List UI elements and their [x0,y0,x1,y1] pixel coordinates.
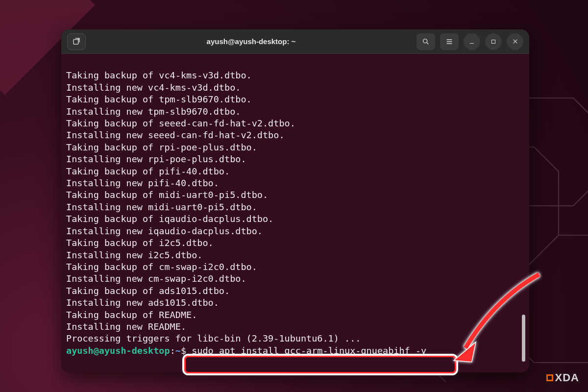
maximize-icon [490,39,496,45]
terminal-output-lines: Taking backup of vc4-kms-v3d.dtbo. Insta… [66,70,361,343]
prompt-line[interactable]: ayush@ayush-desktop:~$ sudo apt install … [66,345,524,357]
watermark: XDA [546,371,579,384]
prompt-user-host: ayush@ayush-desktop [66,345,170,356]
terminal-output[interactable]: Taking backup of vc4-kms-v3d.dtbo. Insta… [61,54,529,372]
command-input[interactable]: sudo apt install gcc-arm-linux-gnueabihf… [192,345,426,356]
close-icon [512,38,518,45]
window-title: ayush@ayush-desktop: ~ [91,37,412,46]
prompt-symbol: $ [181,345,186,356]
watermark-logo-icon [546,374,553,381]
scrollbar-thumb[interactable] [522,315,525,362]
close-button[interactable] [507,33,523,50]
menu-button[interactable] [440,33,459,50]
minimize-icon [468,38,475,45]
hamburger-icon [445,38,453,46]
minimize-button[interactable] [464,33,480,50]
maximize-button[interactable] [485,33,502,50]
watermark-text: XDA [555,371,579,384]
svg-point-1 [423,39,427,43]
svg-rect-0 [74,39,78,44]
terminal-window: ayush@ayush-desktop: ~ Taking backup of … [61,29,529,372]
prompt-path: ~ [175,345,181,356]
new-tab-button[interactable] [67,33,86,50]
search-button[interactable] [416,33,435,50]
search-icon [422,38,430,46]
new-tab-icon [72,37,81,46]
svg-rect-2 [492,40,495,43]
titlebar[interactable]: ayush@ayush-desktop: ~ [61,29,529,54]
